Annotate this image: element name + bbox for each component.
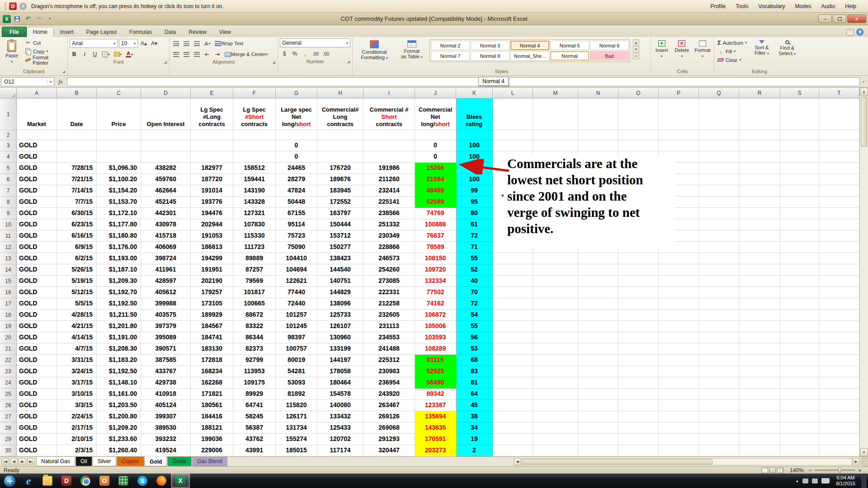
cell-P18[interactable]: [659, 310, 699, 321]
cell-G16[interactable]: 77440: [276, 287, 317, 298]
autosum-button[interactable]: ΣAutoSum ▾: [716, 38, 748, 47]
row-header-21[interactable]: 21: [0, 343, 17, 355]
cell-Q18[interactable]: [699, 310, 739, 321]
vertical-scroll-thumb[interactable]: [861, 97, 867, 146]
cell-C23[interactable]: $1,192.50: [97, 366, 141, 377]
column-header-K[interactable]: K: [456, 88, 493, 99]
cell-I14[interactable]: 254260: [363, 264, 415, 276]
cell-R2[interactable]: [739, 130, 780, 140]
align-bottom-icon[interactable]: [192, 39, 201, 48]
bold-button[interactable]: B: [70, 50, 79, 59]
cell-G29[interactable]: 155274: [276, 434, 317, 445]
cell-Q17[interactable]: [699, 298, 739, 310]
cell-G2[interactable]: [276, 130, 317, 140]
close-button[interactable]: ×: [847, 14, 866, 23]
cell-O20[interactable]: [618, 332, 659, 343]
cell-C8[interactable]: $1,153.70: [97, 197, 141, 208]
cell-Q9[interactable]: [699, 208, 739, 219]
minimize-button[interactable]: –: [818, 14, 832, 23]
cell-E27[interactable]: 184416: [191, 411, 233, 422]
cell-M27[interactable]: [533, 411, 578, 422]
next-sheet-icon[interactable]: ▶: [19, 458, 26, 465]
cell-C21[interactable]: $1,208.30: [97, 343, 141, 355]
cell-I30[interactable]: 320447: [363, 445, 415, 456]
cell-B21[interactable]: 4/7/15: [57, 343, 97, 355]
cell-E23[interactable]: 168234: [191, 366, 233, 377]
cell-K14[interactable]: 52: [456, 264, 493, 276]
cell-S19[interactable]: [780, 321, 819, 332]
cell-C17[interactable]: $1,192.50: [97, 298, 141, 310]
cell-Q30[interactable]: [699, 445, 739, 456]
cell-L16[interactable]: [493, 287, 533, 298]
dragon-menu-modes[interactable]: Modes: [795, 3, 811, 9]
cell-D25[interactable]: 410918: [141, 389, 191, 400]
name-box[interactable]: O12▾: [1, 77, 54, 86]
column-header-S[interactable]: S: [780, 88, 819, 99]
cell-F23[interactable]: 113953: [233, 366, 276, 377]
cell-B18[interactable]: 4/28/15: [57, 310, 97, 321]
cell-Q27[interactable]: [699, 411, 739, 422]
cell-K15[interactable]: 40: [456, 276, 493, 287]
cell-B19[interactable]: 4/21/15: [57, 321, 97, 332]
cut-button[interactable]: ✂Cut: [24, 38, 66, 47]
cell-T18[interactable]: [819, 310, 859, 321]
cell-E12[interactable]: 186813: [191, 242, 233, 253]
cell-E7[interactable]: 191014: [191, 185, 233, 197]
cell-J7[interactable]: 48469: [415, 185, 456, 197]
cell-N23[interactable]: [578, 366, 618, 377]
cell-M23[interactable]: [533, 366, 578, 377]
align-left-icon[interactable]: [171, 50, 180, 59]
row-header-10[interactable]: 10: [0, 219, 17, 230]
insert-function-icon[interactable]: fx: [54, 77, 67, 86]
cell-C9[interactable]: $1,172.10: [97, 208, 141, 219]
cell-B28[interactable]: 2/17/15: [57, 422, 97, 434]
cell-N29[interactable]: [578, 434, 618, 445]
tab-data[interactable]: Data: [158, 27, 182, 37]
cell-style-normal-8[interactable]: Normal 8: [471, 51, 509, 61]
cell-Q15[interactable]: [699, 276, 739, 287]
grow-font-icon[interactable]: A▴: [139, 39, 148, 48]
cell-B1[interactable]: Date: [57, 99, 97, 130]
cell-D17[interactable]: 399988: [141, 298, 191, 310]
cell-P21[interactable]: [659, 343, 699, 355]
row-header-16[interactable]: 16: [0, 287, 17, 298]
cell-S22[interactable]: [780, 355, 819, 366]
cell-J18[interactable]: 106872: [415, 310, 456, 321]
cell-P25[interactable]: [659, 389, 699, 400]
formula-bar-expand-icon[interactable]: ˅: [860, 80, 867, 84]
cell-T1[interactable]: [819, 99, 859, 130]
cell-C16[interactable]: $1,192.70: [97, 287, 141, 298]
cell-T25[interactable]: [819, 389, 859, 400]
cell-J16[interactable]: 77502: [415, 287, 456, 298]
cell-K11[interactable]: 72: [456, 230, 493, 242]
excel-taskbar-button[interactable]: X: [171, 474, 190, 488]
row-header-13[interactable]: 13: [0, 253, 17, 264]
cell-M13[interactable]: [533, 253, 578, 264]
cell-I17[interactable]: 212258: [363, 298, 415, 310]
cell-T14[interactable]: [819, 264, 859, 276]
cell-K25[interactable]: 64: [456, 389, 493, 400]
cell-F30[interactable]: 43991: [233, 445, 276, 456]
sheet-tab-gold[interactable]: Gold: [145, 456, 167, 466]
cell-E9[interactable]: 194476: [191, 208, 233, 219]
row-header-8[interactable]: 8: [0, 197, 17, 208]
cell-style-normal-6[interactable]: Normal 6: [590, 41, 629, 50]
cell-S27[interactable]: [780, 411, 819, 422]
sort-filter-button[interactable]: Sort & Filter ▾: [750, 38, 774, 58]
cell-M14[interactable]: [533, 264, 578, 276]
cell-T3[interactable]: [819, 140, 859, 151]
paste-button[interactable]: Paste ▾: [2, 38, 22, 66]
cell-O24[interactable]: [618, 377, 659, 389]
start-button[interactable]: [0, 474, 19, 488]
cell-A14[interactable]: GOLD: [17, 264, 57, 276]
cell-H5[interactable]: 176720: [317, 163, 363, 174]
column-header-H[interactable]: H: [317, 88, 363, 99]
cell-O25[interactable]: [618, 389, 659, 400]
cell-R27[interactable]: [739, 411, 780, 422]
cell-L13[interactable]: [493, 253, 533, 264]
cell-S2[interactable]: [780, 130, 819, 140]
normal-view-icon[interactable]: [762, 468, 768, 473]
cell-I15[interactable]: 273085: [363, 276, 415, 287]
cell-C19[interactable]: $1,201.80: [97, 321, 141, 332]
cell-B15[interactable]: 5/19/15: [57, 276, 97, 287]
